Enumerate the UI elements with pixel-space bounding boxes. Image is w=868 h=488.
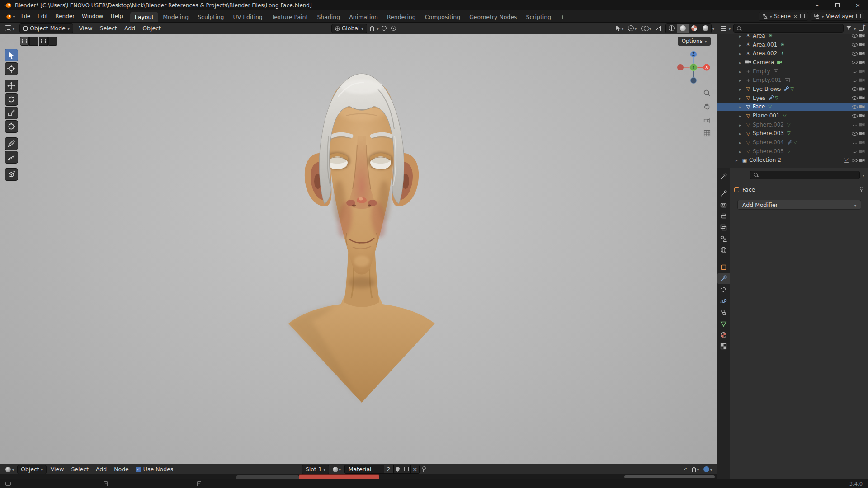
- filter-icon[interactable]: [846, 26, 851, 31]
- outliner-row[interactable]: Eyes: [717, 94, 868, 103]
- slot-selector[interactable]: Slot 1: [302, 465, 329, 474]
- hide-viewport-toggle[interactable]: [850, 69, 858, 74]
- gizmo-neg-x-axis[interactable]: [677, 64, 684, 70]
- object-name[interactable]: Face: [753, 103, 765, 110]
- outliner[interactable]: Area Area.001 Area.002 Camera Empty Empt…: [717, 34, 868, 168]
- hide-viewport-toggle[interactable]: [850, 95, 858, 100]
- new-collection-icon[interactable]: [859, 26, 864, 31]
- workspace-tab-shading[interactable]: Shading: [312, 12, 344, 22]
- hide-viewport-toggle[interactable]: [850, 149, 858, 154]
- rendered-shading-button[interactable]: [700, 24, 711, 33]
- tab-modifiers-active[interactable]: [717, 273, 730, 284]
- object-name[interactable]: Area: [753, 34, 765, 39]
- collection-name[interactable]: Collection 2: [749, 157, 781, 163]
- disclosure-triangle-icon[interactable]: [739, 148, 745, 155]
- menu-object[interactable]: Object: [139, 23, 164, 33]
- select-set-button[interactable]: [20, 37, 29, 46]
- disclosure-triangle-icon[interactable]: [736, 157, 741, 163]
- new-material-button[interactable]: [402, 465, 410, 473]
- add-workspace-button[interactable]: +: [556, 12, 569, 22]
- workspace-tab-layout[interactable]: Layout: [130, 12, 159, 22]
- properties-options-arrow-icon[interactable]: [863, 172, 864, 178]
- fake-user-toggle[interactable]: [393, 465, 402, 473]
- disclosure-triangle-icon[interactable]: [739, 68, 745, 75]
- disclosure-triangle-icon[interactable]: [739, 50, 745, 56]
- hide-viewport-toggle[interactable]: [850, 78, 858, 83]
- disable-render-toggle[interactable]: [858, 69, 866, 73]
- collection-checkbox[interactable]: [844, 158, 849, 163]
- object-name[interactable]: Area.001: [753, 42, 777, 48]
- workspace-tab-texture-paint[interactable]: Texture Paint: [267, 12, 313, 22]
- hide-viewport-toggle[interactable]: [850, 140, 858, 145]
- disable-render-toggle[interactable]: [858, 78, 866, 82]
- tab-texture[interactable]: [717, 341, 730, 352]
- hide-viewport-toggle[interactable]: [850, 104, 858, 109]
- outliner-search-input[interactable]: [733, 24, 844, 33]
- dropdown-arrow-icon[interactable]: [854, 25, 856, 32]
- tool-transform-button[interactable]: [5, 120, 18, 133]
- disclosure-triangle-icon[interactable]: [739, 113, 745, 119]
- editor-type-button[interactable]: [3, 24, 17, 33]
- tool-move-button[interactable]: [5, 80, 18, 92]
- camera-view-button[interactable]: [701, 114, 713, 126]
- hide-viewport-toggle[interactable]: [850, 86, 858, 91]
- menu-add[interactable]: Add: [93, 465, 110, 474]
- menu-node[interactable]: Node: [111, 465, 132, 474]
- outliner-row[interactable]: Sphere.003: [717, 129, 868, 138]
- 3d-viewport[interactable]: Options: [0, 34, 717, 464]
- pin-icon[interactable]: [421, 466, 426, 472]
- hide-viewport-toggle[interactable]: [850, 131, 858, 136]
- hide-viewport-toggle[interactable]: [850, 122, 858, 127]
- tool-cursor-button[interactable]: [5, 62, 18, 75]
- pan-button[interactable]: [701, 101, 713, 113]
- snap-node-button[interactable]: ↗: [681, 465, 689, 473]
- menu-help[interactable]: Help: [107, 11, 126, 21]
- menu-view[interactable]: View: [76, 23, 96, 33]
- tab-particles[interactable]: [717, 284, 730, 296]
- hide-viewport-toggle[interactable]: [850, 113, 858, 118]
- disclosure-triangle-icon[interactable]: [739, 34, 745, 39]
- show-overlays-toggle[interactable]: [639, 24, 653, 33]
- unlink-scene-button[interactable]: ×: [793, 14, 798, 19]
- workspace-tab-sculpting[interactable]: Sculpting: [193, 12, 228, 22]
- properties-editor-type-button[interactable]: [717, 171, 730, 182]
- object-name[interactable]: Camera: [753, 59, 774, 66]
- outliner-row[interactable]: Plane.001: [717, 111, 868, 120]
- outliner-row[interactable]: Sphere.005: [717, 147, 868, 156]
- disclosure-triangle-icon[interactable]: [739, 86, 745, 92]
- tool-select-box-button[interactable]: [5, 49, 18, 61]
- outliner-row[interactable]: Sphere.002: [717, 120, 868, 129]
- add-modifier-dropdown[interactable]: Add Modifier: [737, 200, 861, 210]
- disable-render-toggle[interactable]: [858, 87, 866, 91]
- orthographic-toggle-button[interactable]: [701, 127, 713, 139]
- tab-physics[interactable]: [717, 296, 730, 307]
- disable-render-toggle[interactable]: [858, 34, 866, 38]
- xray-toggle[interactable]: [654, 25, 663, 32]
- object-name[interactable]: Sphere.005: [753, 148, 784, 155]
- tool-annotate-button[interactable]: [5, 137, 18, 150]
- shading-options-arrow-icon[interactable]: [712, 25, 714, 32]
- select-intersect-button[interactable]: [48, 37, 57, 46]
- proportional-falloff-button[interactable]: [389, 25, 398, 32]
- menu-edit[interactable]: Edit: [34, 11, 52, 21]
- outliner-row[interactable]: Area: [717, 34, 868, 40]
- minimize-button[interactable]: –: [807, 0, 827, 10]
- solid-shading-button[interactable]: [677, 24, 689, 33]
- unlink-material-button[interactable]: ×: [410, 465, 419, 473]
- outliner-row[interactable]: Area.001: [717, 40, 868, 49]
- menu-select[interactable]: Select: [96, 23, 120, 33]
- outliner-row[interactable]: Empty: [717, 67, 868, 76]
- select-extend-button[interactable]: [29, 37, 38, 46]
- object-name[interactable]: Sphere.004: [753, 139, 784, 145]
- disable-render-toggle[interactable]: [858, 105, 866, 109]
- material-name-input[interactable]: Material: [345, 466, 384, 473]
- disclosure-triangle-icon[interactable]: [739, 103, 745, 110]
- object-name[interactable]: Eyes: [753, 95, 765, 101]
- object-name[interactable]: Eye Brows: [753, 86, 781, 92]
- disable-render-toggle[interactable]: [858, 122, 866, 127]
- transform-orientation-selector[interactable]: Global: [331, 24, 367, 33]
- menu-render[interactable]: Render: [52, 11, 78, 21]
- outliner-row[interactable]: Empty.001: [717, 75, 868, 84]
- disable-render-toggle[interactable]: [858, 158, 866, 162]
- object-name[interactable]: Plane.001: [753, 113, 780, 119]
